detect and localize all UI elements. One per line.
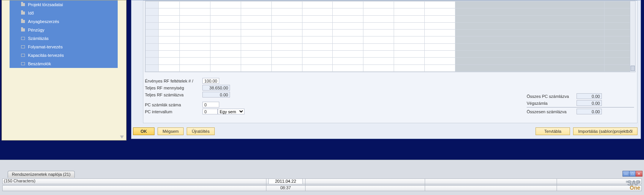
grid-cell[interactable] (146, 36, 159, 43)
grid-cell[interactable] (424, 8, 455, 15)
grid-cell[interactable] (241, 51, 271, 58)
grid-cell[interactable] (210, 51, 241, 58)
grid-cell[interactable] (363, 64, 394, 71)
grid-cell[interactable] (271, 64, 302, 71)
grid-cell[interactable] (210, 36, 241, 43)
grid-cell[interactable] (241, 30, 271, 36)
grid-cell[interactable] (271, 8, 302, 15)
grid-cell[interactable] (180, 22, 210, 29)
valid-rf-cond-input[interactable] (202, 78, 219, 84)
grid-cell[interactable] (333, 22, 363, 29)
sidebar-item[interactable]: Projekt törzsadatai (10, 0, 118, 9)
grid-cell[interactable] (455, 64, 604, 71)
grid-cell[interactable] (455, 30, 604, 36)
grid-cell[interactable] (333, 36, 363, 43)
grid-cell[interactable] (210, 43, 241, 50)
grid-cell[interactable] (159, 36, 180, 43)
grid-cell[interactable] (333, 43, 363, 50)
grid-cell[interactable] (302, 22, 333, 29)
grid-cell[interactable] (363, 36, 394, 43)
grid-cell[interactable] (424, 51, 455, 58)
sidebar-item[interactable]: Kapacitás-tervezés (10, 51, 118, 59)
grid-cell[interactable] (271, 43, 302, 50)
vertical-scrollbar[interactable] (630, 1, 635, 72)
grid-cell[interactable] (333, 64, 363, 71)
grid-cell[interactable] (241, 22, 271, 29)
grid-cell[interactable] (271, 51, 302, 58)
grid-cell[interactable] (363, 30, 394, 36)
grid-cell[interactable] (394, 30, 425, 36)
grid-cell[interactable] (159, 30, 180, 36)
grid-cell[interactable] (210, 30, 241, 36)
grid-cell[interactable] (271, 36, 302, 43)
grid-cell[interactable] (394, 51, 425, 58)
grid-cell[interactable] (455, 2, 604, 8)
grid-cell[interactable] (180, 64, 210, 71)
grid-cell[interactable] (455, 8, 604, 15)
dropdown-icon[interactable] (120, 136, 124, 139)
grid-body[interactable] (145, 1, 635, 72)
grid-cell[interactable] (394, 64, 425, 71)
grid-cell[interactable] (424, 43, 455, 50)
grid-cell[interactable] (180, 8, 210, 15)
plan-table-button[interactable]: Tervtábla (536, 127, 570, 135)
sidebar-item[interactable]: Számlázás (10, 34, 118, 43)
grid-cell[interactable] (210, 15, 241, 22)
pc-invoice-count-input[interactable] (202, 102, 219, 107)
grid-cell[interactable] (159, 2, 180, 8)
grid-cell[interactable] (363, 51, 394, 58)
grid-cell[interactable] (210, 64, 241, 71)
grid-cell[interactable] (210, 2, 241, 8)
grid-cell[interactable] (302, 51, 333, 58)
grid-cell[interactable] (159, 58, 180, 64)
grid-cell[interactable] (455, 43, 604, 50)
grid-cell[interactable] (302, 30, 333, 36)
grid-cell[interactable] (333, 15, 363, 22)
grid-cell[interactable] (159, 8, 180, 15)
grid-cell[interactable] (333, 8, 363, 15)
grid[interactable] (145, 1, 636, 72)
grid-cell[interactable] (271, 58, 302, 64)
grid-cell[interactable] (159, 43, 180, 50)
grid-cell[interactable] (146, 64, 159, 71)
grid-cell[interactable] (394, 22, 425, 29)
reload-button[interactable]: Újratöltés (187, 127, 214, 135)
grid-cell[interactable] (302, 36, 333, 43)
close-icon[interactable]: ✕ (636, 171, 642, 177)
grid-cell[interactable] (210, 58, 241, 64)
grid-cell[interactable] (146, 8, 159, 15)
grid-cell[interactable] (271, 15, 302, 22)
grid-cell[interactable] (241, 2, 271, 8)
grid-cell[interactable] (302, 58, 333, 64)
pc-interval-select[interactable]: Egy sem (218, 109, 245, 114)
grid-cell[interactable] (180, 43, 210, 50)
grid-cell[interactable] (424, 2, 455, 8)
grid-cell[interactable] (363, 2, 394, 8)
grid-cell[interactable] (302, 15, 333, 22)
grid-cell[interactable] (180, 36, 210, 43)
sidebar-item[interactable]: Anyagbeszerzés (10, 17, 118, 26)
grid-cell[interactable] (241, 64, 271, 71)
grid-cell[interactable] (180, 58, 210, 64)
grid-cell[interactable] (455, 15, 604, 22)
grid-cell[interactable] (394, 58, 425, 64)
grid-cell[interactable] (333, 30, 363, 36)
grid-cell[interactable] (302, 8, 333, 15)
grid-cell[interactable] (424, 64, 455, 71)
grid-cell[interactable] (146, 58, 159, 64)
grid-cell[interactable] (424, 58, 455, 64)
scroll-down-icon[interactable] (631, 66, 635, 71)
grid-cell[interactable] (241, 43, 271, 50)
grid-cell[interactable] (424, 22, 455, 29)
system-messages-tab[interactable]: Rendszerüzenetek naplója (21) (8, 171, 75, 178)
grid-cell[interactable] (241, 8, 271, 15)
grid-cell[interactable] (333, 51, 363, 58)
grid-cell[interactable] (180, 2, 210, 8)
grid-cell[interactable] (363, 58, 394, 64)
grid-cell[interactable] (241, 15, 271, 22)
grid-cell[interactable] (159, 22, 180, 29)
sidebar-item[interactable]: Pénzügy (10, 26, 118, 34)
grid-cell[interactable] (271, 22, 302, 29)
grid-cell[interactable] (241, 36, 271, 43)
grid-cell[interactable] (302, 64, 333, 71)
